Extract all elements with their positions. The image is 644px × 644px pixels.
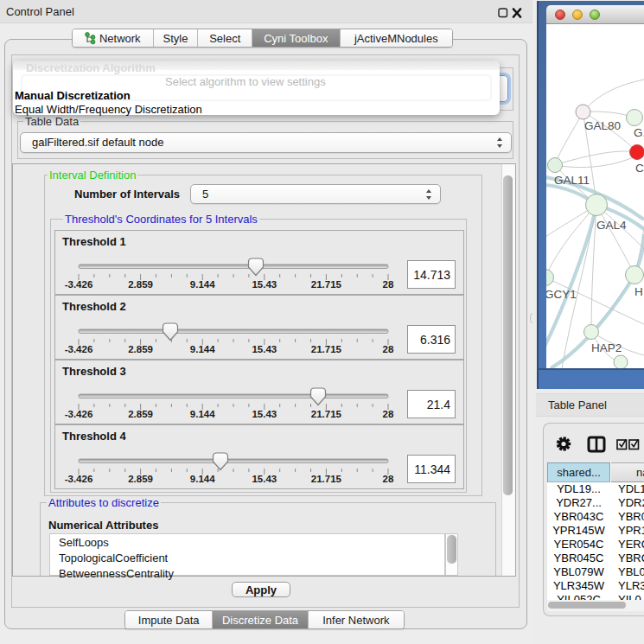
svg-text:9.144: 9.144 (190, 344, 215, 354)
svg-text:GAL11: GAL11 (554, 174, 590, 187)
svg-text:HAP2: HAP2 (591, 341, 622, 354)
svg-text:2.859: 2.859 (128, 344, 153, 354)
svg-text:28: 28 (383, 409, 394, 419)
svg-text:21.715: 21.715 (311, 409, 342, 419)
svg-text:2.859: 2.859 (128, 409, 153, 419)
svg-text:-3.426: -3.426 (65, 344, 93, 354)
svg-text:28: 28 (383, 344, 394, 354)
svg-text:15.43: 15.43 (252, 474, 277, 484)
svg-text:15.43: 15.43 (252, 409, 277, 419)
svg-text:GAL80: GAL80 (584, 119, 621, 132)
svg-text:G.: G. (634, 126, 644, 139)
svg-text:-3.426: -3.426 (65, 474, 93, 484)
svg-text:28: 28 (383, 279, 394, 290)
svg-text:GCY1: GCY1 (546, 288, 577, 301)
svg-text:15.43: 15.43 (252, 279, 277, 290)
svg-text:9.144: 9.144 (190, 409, 215, 419)
svg-text:-3.426: -3.426 (65, 409, 93, 419)
svg-text:H: H (634, 285, 643, 298)
svg-text:2.859: 2.859 (128, 279, 153, 290)
svg-text:2.859: 2.859 (128, 474, 153, 484)
svg-text:21.715: 21.715 (311, 344, 342, 354)
svg-text:C: C (635, 162, 644, 175)
svg-text:GAL4: GAL4 (596, 219, 627, 232)
svg-text:28: 28 (383, 474, 394, 484)
svg-text:21.715: 21.715 (311, 279, 342, 290)
svg-text:9.144: 9.144 (190, 474, 215, 484)
svg-text:15.43: 15.43 (252, 344, 277, 354)
svg-text:9.144: 9.144 (190, 279, 215, 290)
svg-text:-3.426: -3.426 (65, 279, 93, 290)
svg-text:21.715: 21.715 (311, 474, 342, 484)
